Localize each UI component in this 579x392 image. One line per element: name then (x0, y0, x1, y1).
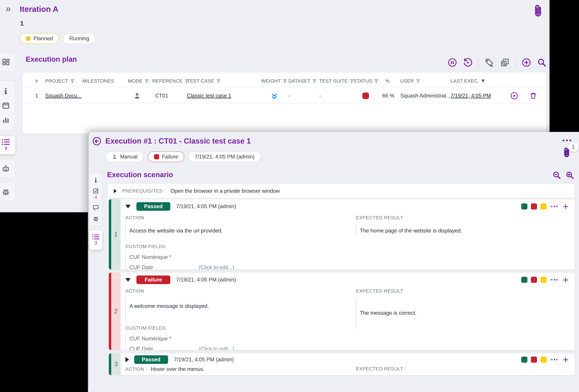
step-more-options-icon[interactable] (550, 359, 559, 360)
mark-failure-icon[interactable] (531, 203, 537, 209)
zoom-in-icon[interactable] (565, 171, 575, 180)
row-progress: 66 % (382, 90, 394, 101)
row-user[interactable]: Squash Administrat... (400, 90, 450, 101)
collapse-triangle-icon[interactable] (125, 278, 131, 282)
column-header-last-exec[interactable]: LAST EXEC. (450, 78, 485, 84)
column-header-dataset[interactable]: DATASET (289, 78, 317, 84)
bugtracker-tab-icon[interactable] (92, 215, 99, 222)
filter-icon[interactable] (144, 79, 149, 83)
cuf-numeric-field[interactable]: CUF Numérique * (129, 252, 572, 262)
cuf-date-placeholder[interactable]: (Click to edit...) (199, 346, 234, 350)
mark-passed-icon[interactable] (521, 203, 527, 209)
add-step-icon[interactable]: + (562, 203, 569, 210)
row-run-play-icon[interactable] (510, 90, 518, 101)
search-icon[interactable] (537, 58, 547, 67)
row-test-case-link[interactable]: Classic test case 1 (187, 90, 231, 101)
add-step-icon[interactable]: + (562, 356, 569, 363)
add-tag-icon[interactable] (485, 58, 494, 67)
column-header-milestones[interactable]: MILESTONES (82, 78, 114, 84)
row-delete-trash-icon[interactable] (529, 90, 537, 101)
failure-square-icon (154, 154, 159, 159)
filter-icon[interactable] (70, 79, 75, 83)
calendar-icon[interactable] (2, 101, 10, 110)
sidebar-item-automation[interactable] (0, 159, 15, 178)
iteration-index: 1 (20, 20, 24, 27)
copy-reference-icon[interactable] (500, 58, 509, 67)
expand-triangle-icon[interactable] (114, 189, 117, 193)
sidebar-item-executions[interactable]: 9 (0, 136, 15, 154)
mark-passed-icon[interactable] (521, 357, 527, 363)
filter-icon[interactable] (283, 79, 287, 83)
cuf-date-placeholder[interactable]: (Click to edit...) (199, 264, 234, 270)
filter-icon[interactable] (216, 79, 221, 83)
column-header-project[interactable]: PROJECT (45, 78, 75, 84)
step-status-badge[interactable]: Failure (136, 275, 170, 284)
cuf-date-field[interactable]: CUF Date (Click to edit...) (129, 344, 572, 350)
mark-blocked-icon[interactable] (540, 277, 547, 283)
execution-rail: 4 (89, 173, 102, 226)
step-action-text[interactable]: Hover over the menus. (151, 366, 205, 372)
statistics-icon[interactable] (2, 116, 10, 124)
checklist-tab[interactable]: 4 (92, 188, 99, 200)
custom-fields-label: CUSTOM FIELDS (125, 244, 572, 249)
row-project-link[interactable]: Squash Docu... (45, 90, 81, 101)
status-chip-running[interactable]: Running (63, 33, 95, 44)
column-header-progress[interactable]: % (385, 78, 390, 84)
back-button[interactable] (92, 136, 102, 146)
mark-passed-icon[interactable] (521, 277, 527, 283)
column-header-status[interactable]: STATUS (354, 78, 379, 84)
step-action-text[interactable]: A welcome message is displayed. (129, 303, 209, 309)
filter-icon[interactable] (374, 79, 379, 83)
row-last-exec-link[interactable]: 7/19/21, 4:05 PM (450, 90, 491, 101)
step-status-badge[interactable]: Passed (136, 202, 170, 211)
column-header-reference[interactable]: REFERENCE (152, 78, 189, 84)
add-execution-icon[interactable] (522, 58, 531, 67)
mark-failure-icon[interactable] (531, 277, 537, 283)
step-expected-text[interactable]: The message is correct. (360, 310, 417, 316)
mark-failure-icon[interactable] (531, 357, 537, 363)
collapse-triangle-icon[interactable] (125, 205, 131, 208)
resume-execution-icon[interactable] (463, 58, 473, 67)
zoom-out-icon[interactable] (552, 171, 562, 180)
pause-execution-icon[interactable] (447, 58, 457, 67)
black-region-top-right (550, 0, 579, 132)
expand-triangle-icon[interactable] (125, 357, 129, 362)
cuf-numeric-field[interactable]: CUF Numérique * (129, 333, 572, 344)
column-header-num[interactable]: # (35, 78, 38, 84)
column-header-user[interactable]: USER (400, 78, 421, 84)
step-card-1: 1 Passed 7/19/21, 4:05 PM (admin) + (109, 199, 575, 270)
step-more-options-icon[interactable] (550, 206, 559, 207)
step-status-badge[interactable]: Passed (134, 355, 168, 364)
comments-tab-icon[interactable] (92, 204, 99, 211)
status-chip-failure[interactable]: Failure (148, 151, 184, 162)
expected-result-label: EXPECTED RESULT (356, 215, 569, 220)
add-step-icon[interactable]: + (562, 276, 569, 283)
step-action-text[interactable]: Access the website via the url provided. (129, 228, 223, 234)
attachments-paperclip-icon[interactable] (533, 3, 544, 18)
status-chip-planned[interactable]: Planned (20, 33, 59, 44)
action-inline-label: ACTION : (125, 366, 147, 372)
column-header-test-suite[interactable]: TEST SUITE (319, 78, 354, 84)
more-options-kebab-icon[interactable] (563, 139, 571, 141)
sidebar-item-bugtracker[interactable] (0, 182, 15, 201)
filter-icon[interactable] (416, 79, 421, 83)
mark-blocked-icon[interactable] (540, 357, 547, 363)
step-more-options-icon[interactable] (550, 279, 559, 280)
row-test-suite[interactable]: - (319, 90, 321, 101)
sidebar-item-dashboard[interactable] (0, 53, 15, 72)
filter-active-icon[interactable] (481, 79, 485, 83)
info-icon[interactable] (2, 87, 10, 95)
filter-icon[interactable] (312, 79, 317, 83)
column-header-weight[interactable]: WEIGHT (261, 78, 287, 84)
cuf-date-field[interactable]: CUF Date (Click to edit...) (129, 262, 572, 270)
row-dataset[interactable]: - (289, 90, 290, 101)
mark-blocked-icon[interactable] (540, 203, 547, 209)
step-expected-text[interactable]: The home page of the website is displaye… (360, 228, 462, 234)
column-header-test-case[interactable]: TEST CASE (187, 78, 221, 84)
collapse-tree-icon[interactable]: » (5, 4, 11, 13)
steps-tab-active[interactable]: 3 (89, 230, 102, 250)
column-header-mode[interactable]: MODE (128, 78, 149, 84)
row-status-failure-icon[interactable] (362, 90, 369, 101)
prerequisites-row[interactable]: PREREQUISITES : Open the browser in a pr… (107, 184, 575, 198)
info-tab-icon[interactable] (93, 177, 99, 183)
